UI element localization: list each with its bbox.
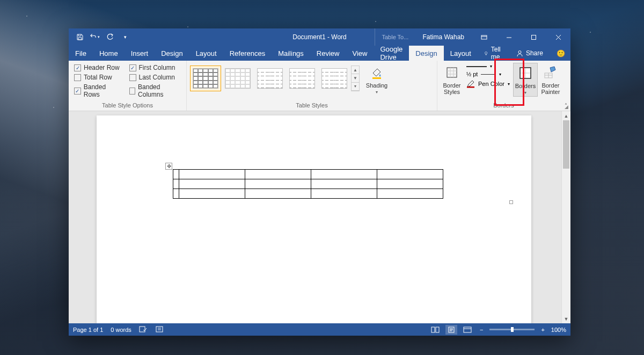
share-button[interactable]: Share bbox=[510, 49, 550, 57]
pen-weight-selector[interactable]: ½ pt▾ bbox=[466, 71, 510, 77]
svg-rect-13 bbox=[436, 327, 439, 332]
vertical-scrollbar[interactable]: ▲ ▼ bbox=[561, 111, 570, 323]
svg-rect-1 bbox=[531, 35, 536, 39]
pen-weight-label: ½ pt bbox=[466, 71, 478, 77]
table-move-handle[interactable]: ✥ bbox=[165, 163, 172, 170]
border-painter-button[interactable]: Border Painter bbox=[539, 63, 562, 96]
group-label: Table Styles bbox=[190, 101, 434, 110]
spell-check-icon[interactable] bbox=[139, 325, 148, 334]
tab-view[interactable]: View bbox=[346, 46, 374, 61]
svg-rect-15 bbox=[464, 327, 471, 332]
svg-rect-6 bbox=[467, 86, 474, 88]
check-label: Banded Rows bbox=[84, 83, 123, 98]
table-tools-label: Table To... bbox=[375, 28, 415, 46]
title-bar: ▾ ▾ Document1 - Word Table To... Fatima … bbox=[69, 28, 570, 46]
check-last-column[interactable]: Last Column bbox=[129, 74, 181, 81]
pen-color-label: Pen Color bbox=[478, 81, 504, 87]
svg-rect-0 bbox=[481, 35, 487, 39]
border-painter-label: Border Painter bbox=[541, 82, 560, 95]
save-button[interactable] bbox=[75, 32, 85, 42]
tab-design[interactable]: Design bbox=[155, 46, 189, 61]
borders-label: Borders bbox=[515, 83, 536, 89]
pen-color-button[interactable]: Pen Color▾ bbox=[466, 79, 510, 88]
tab-references[interactable]: References bbox=[223, 46, 272, 61]
document-table[interactable] bbox=[173, 169, 443, 199]
table-style-item[interactable] bbox=[222, 66, 253, 91]
check-label: Last Column bbox=[139, 74, 175, 81]
shading-button[interactable]: Shading ▾ bbox=[364, 63, 390, 96]
table-style-item[interactable] bbox=[254, 66, 286, 91]
close-button[interactable] bbox=[546, 28, 570, 46]
shading-label: Shading bbox=[366, 82, 387, 89]
document-area: ✥ ▲ ▼ bbox=[69, 111, 570, 323]
read-mode-button[interactable] bbox=[429, 325, 441, 335]
tab-insert[interactable]: Insert bbox=[125, 46, 155, 61]
zoom-slider[interactable] bbox=[489, 329, 535, 330]
print-layout-button[interactable] bbox=[445, 325, 457, 335]
scroll-down-button[interactable]: ▼ bbox=[562, 314, 570, 323]
tab-home[interactable]: Home bbox=[93, 46, 125, 61]
zoom-out-button[interactable]: − bbox=[478, 327, 485, 333]
document-title: Document1 - Word bbox=[292, 33, 346, 41]
zoom-level[interactable]: 100% bbox=[551, 327, 566, 333]
check-first-column[interactable]: ✓First Column bbox=[129, 64, 181, 71]
border-styles-label: Border Styles bbox=[443, 82, 460, 95]
border-styles-icon bbox=[443, 64, 460, 81]
ribbon-tabs: File Home Insert Design Layout Reference… bbox=[69, 46, 570, 61]
scroll-up-button[interactable]: ▲ bbox=[562, 111, 570, 120]
tab-google-drive[interactable]: Google Drive bbox=[374, 46, 409, 61]
line-style-selector[interactable]: ▾ bbox=[466, 64, 510, 69]
lightbulb-icon bbox=[484, 50, 488, 57]
redo-button[interactable] bbox=[105, 32, 115, 42]
table-resize-handle[interactable] bbox=[509, 200, 513, 204]
maximize-button[interactable] bbox=[521, 28, 546, 46]
customize-qat-button[interactable]: ▾ bbox=[120, 32, 130, 42]
tab-file[interactable]: File bbox=[69, 46, 93, 61]
person-icon bbox=[516, 50, 523, 57]
word-window: ▾ ▾ Document1 - Word Table To... Fatima … bbox=[69, 28, 570, 336]
scroll-thumb[interactable] bbox=[563, 120, 569, 169]
macro-icon[interactable] bbox=[155, 325, 164, 334]
borders-button[interactable]: Borders ▾ bbox=[513, 63, 538, 97]
web-layout-button[interactable] bbox=[462, 325, 473, 335]
pen-icon bbox=[466, 79, 475, 88]
tab-table-design[interactable]: Design bbox=[409, 46, 443, 61]
zoom-in-button[interactable]: + bbox=[539, 327, 546, 333]
tell-me-search[interactable]: Tell me bbox=[478, 46, 510, 61]
tab-table-layout[interactable]: Layout bbox=[444, 46, 478, 61]
minimize-button[interactable] bbox=[496, 28, 521, 46]
svg-rect-12 bbox=[431, 327, 435, 332]
check-label: First Column bbox=[139, 64, 175, 71]
borders-icon bbox=[517, 64, 534, 82]
check-header-row[interactable]: ✓Header Row bbox=[74, 64, 123, 71]
table-style-item[interactable] bbox=[190, 66, 221, 91]
border-styles-button[interactable]: Border Styles bbox=[441, 63, 463, 96]
check-banded-rows[interactable]: ✓Banded Rows bbox=[74, 83, 123, 98]
undo-button[interactable]: ▾ bbox=[90, 32, 100, 42]
tab-review[interactable]: Review bbox=[310, 46, 346, 61]
page[interactable]: ✥ bbox=[97, 115, 531, 323]
ribbon: ✓Header Row ✓First Column Total Row Last… bbox=[69, 61, 570, 111]
svg-rect-11 bbox=[156, 327, 163, 332]
table-style-item[interactable] bbox=[319, 66, 350, 91]
group-borders: Border Styles ▾ ½ pt▾ Pen Color▾ Borders… bbox=[437, 61, 570, 111]
page-indicator[interactable]: Page 1 of 1 bbox=[73, 327, 103, 333]
tell-me-label: Tell me bbox=[491, 46, 503, 61]
border-painter-icon bbox=[542, 64, 559, 81]
collapse-ribbon-button[interactable]: ˄ bbox=[564, 102, 568, 110]
ribbon-display-options-button[interactable] bbox=[472, 28, 496, 46]
emoji-icon: 🙂 bbox=[550, 49, 572, 57]
check-total-row[interactable]: Total Row bbox=[74, 74, 123, 81]
tab-mailings[interactable]: Mailings bbox=[272, 46, 310, 61]
group-label: Borders bbox=[441, 101, 567, 110]
gallery-more-button[interactable]: ▲▼▾ bbox=[351, 66, 360, 91]
word-count[interactable]: 0 words bbox=[111, 327, 131, 333]
tab-layout[interactable]: Layout bbox=[189, 46, 223, 61]
group-table-style-options: ✓Header Row ✓First Column Total Row Last… bbox=[69, 61, 187, 111]
svg-point-3 bbox=[518, 50, 521, 53]
check-label: Total Row bbox=[84, 74, 112, 81]
check-banded-columns[interactable]: Banded Columns bbox=[129, 83, 181, 98]
share-label: Share bbox=[526, 49, 543, 57]
user-name: Fatima Wahab bbox=[415, 33, 472, 41]
table-style-item[interactable] bbox=[287, 66, 318, 91]
